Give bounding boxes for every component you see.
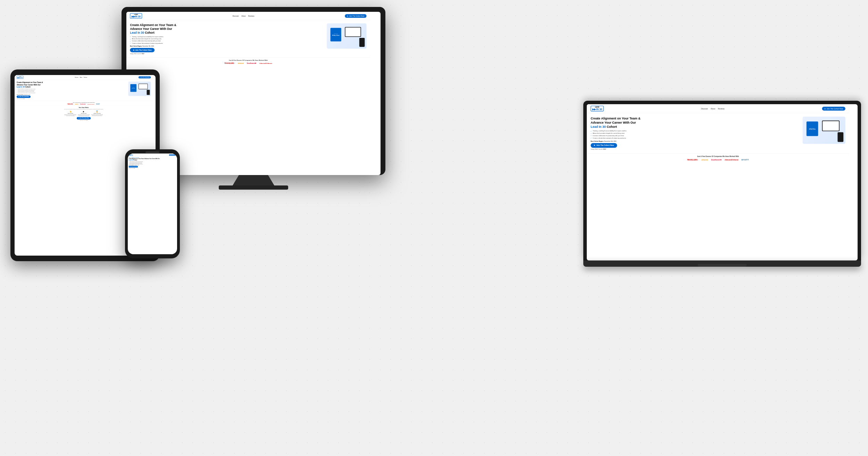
laptop-nav-discover[interactable]: Discover <box>701 108 708 110</box>
tablet-checklist-1: ✓ Attract the best talent despite the cu… <box>17 90 127 91</box>
monitor-hero-right: LEAD IN 30 30-Day Cohort <box>327 23 366 49</box>
tablet-logo-amazon: amazon <box>75 104 78 105</box>
laptop-hero-right: LEAD IN 30 30-Day Cohort <box>803 117 845 144</box>
monitor-nav-cta-button[interactable]: ⊕ Join The Cohort Now <box>345 14 367 18</box>
laptop-base <box>583 260 861 267</box>
tablet-logo: LEAD ▶▶IN 30 <box>17 76 24 79</box>
tablet-hero-left: Create Alignment on Your Team & Advance … <box>17 82 127 99</box>
laptop-nav-reviews[interactable]: Reviews <box>718 108 725 110</box>
phone-screen: LEAD ▶▶IN 30 ⊕ Join The Cohort Now Join … <box>128 154 177 254</box>
tablet-hero-title: Create Alignment on Your Team & Advance … <box>17 82 127 88</box>
tablet-step-1-title: Join The Cohort <box>64 113 76 114</box>
phone-checklist-3: ✓ Create a climate that motivates & reta… <box>129 164 160 165</box>
laptop-mockup-screen <box>822 121 840 131</box>
monitor-hero: Create Alignment on Your Team & Advance … <box>126 20 370 58</box>
tablet-nav-discover[interactable]: Discover <box>75 77 78 78</box>
phone-frame: LEAD ▶▶IN 30 ⊕ Join The Cohort Now Join … <box>125 149 180 258</box>
laptop-logo-southwest: Southwest❋ <box>711 159 721 161</box>
tablet-checklist: ✓ Training, coaching & accountability fr… <box>17 89 127 93</box>
monitor-mockup-box: LEAD IN 30 30-Day Cohort <box>331 28 341 41</box>
tablet-nav-about[interactable]: About <box>80 77 82 78</box>
tablet-price: Today ONLY $1,997 $997 <box>17 98 127 99</box>
phone-cta-button[interactable]: ⊕ Join The Cohort Now <box>129 166 138 168</box>
laptop-nav-cta-button[interactable]: ⊕ Join The Cohort Now <box>822 107 845 110</box>
laptop-nav: LEAD ▶▶IN 30 Discover About Reviews ⊕ Jo… <box>587 104 849 113</box>
monitor-nav-links: Discover About Reviews <box>233 15 254 17</box>
laptop-logo-jj: Johnson&Johnson <box>725 159 738 161</box>
monitor-hero-title-blue: Lead In 30 <box>130 31 144 34</box>
tablet-hiw-subtitle: Join us for a 30-day Immersive Leadershi… <box>17 109 151 109</box>
monitor-site-content: LEAD ▶▶IN 30 Discover About Reviews ⊕ Jo… <box>126 12 370 66</box>
tablet-hero: Create Alignment on Your Team & Advance … <box>15 80 153 101</box>
laptop-nav-about[interactable]: About <box>711 108 715 110</box>
tablet-hiw-cta-button[interactable]: ⊕ Join The Cohort Now <box>77 117 91 119</box>
phone-checklist: ✓ Training, coaching & accountability fr… <box>129 161 160 165</box>
tablet-how-it-works: Here's How It Works Join us for a 30-day… <box>15 106 153 122</box>
monitor-mockup-screen <box>345 27 361 37</box>
monitor-nav-discover[interactable]: Discover <box>233 15 239 17</box>
scene: LEAD ▶▶IN 30 Discover About Reviews ⊕ Jo… <box>0 0 868 456</box>
phone-hero-title: Create Alignment on Your Team & Advance … <box>129 158 160 161</box>
monitor-companies-logos: TRAVELERS↑ amazon Southwest❋ Johnson&Joh… <box>130 63 366 64</box>
monitor-nav-about[interactable]: About <box>241 15 245 17</box>
laptop-companies-logos: TRAVELERS↑ amazon Southwest❋ Johnson&Joh… <box>591 159 845 161</box>
laptop-checklist: ✓ Training, coaching & accountability fr… <box>591 130 799 139</box>
monitor-base <box>219 185 288 190</box>
tablet-mockup-screen <box>139 84 148 89</box>
laptop-logo: LEAD ▶▶IN 30 <box>591 106 604 111</box>
monitor-checklist-item-3: ✓ Create a climate that motivates & reta… <box>130 43 324 44</box>
tablet-steps: 👆 Join The Cohort Simply click the butto… <box>17 110 151 116</box>
tablet-nav-reviews[interactable]: Reviews <box>84 77 87 78</box>
monitor-checklist-item-1: ✓ Attract the best talent despite the cu… <box>130 38 324 40</box>
laptop-mockup: LEAD IN 30 30-Day Cohort <box>803 117 845 144</box>
tablet-logo-travelers: TRAVELERS↑ <box>67 104 73 105</box>
monitor-cta-button[interactable]: ⊕ Join The Cohort Now <box>130 48 154 52</box>
tablet-nav-cta-button[interactable]: ⊕ Join The Cohort Now <box>139 76 151 78</box>
tablet-mockup-phone <box>147 90 150 95</box>
monitor-check-icon-1: ✓ <box>130 38 131 40</box>
laptop-logo-travelers: TRAVELERS↑ <box>687 159 699 161</box>
tablet-step-3-desc: Apply our proprietary methodology, frame… <box>91 114 103 116</box>
phone-checklist-2: ✓ Increase collaboration & productivity … <box>129 163 160 164</box>
laptop-cohort-date: Next Cohort Begins: November 9th, 2021 <box>591 141 799 142</box>
monitor-cta-icon: ⊕ <box>133 49 134 51</box>
monitor-nav-reviews[interactable]: Reviews <box>248 15 254 17</box>
phone-price: Today ONLY $1,997 $997 <box>129 168 160 168</box>
monitor-stand <box>233 175 274 185</box>
laptop-companies-title: Just A Few Dozens Of Companies We Have W… <box>591 156 845 157</box>
laptop-checklist-3: ✓ Create a climate that motivates & reta… <box>591 137 799 139</box>
tablet-hiw-price: Today ONLY $1,997 $997 <box>17 120 151 121</box>
laptop-hero-title: Create Alignment on Your Team & Advance … <box>591 117 799 129</box>
tablet-cta-button[interactable]: ⊕ Join The Cohort Now <box>17 96 31 98</box>
tablet-checklist-3: ✓ Create a climate that motivates & reta… <box>17 92 127 93</box>
monitor-logo-in30: ▶▶IN 30 <box>132 15 141 18</box>
laptop-checklist-2: ✓ Increase collaboration & productivity … <box>591 135 799 137</box>
phone-site-content: LEAD ▶▶IN 30 ⊕ Join The Cohort Now Join … <box>128 154 177 169</box>
tablet-step-2: ▶ Grow Your Skills Follow the Lead In 30… <box>77 110 90 116</box>
laptop-mockup-box: LEAD IN 30 30-Day Cohort <box>807 122 818 136</box>
tablet-companies-title: Just A Few Dozens Of Companies We Have W… <box>17 102 151 103</box>
phone-nav-cta-button[interactable]: ⊕ Join The Cohort Now <box>169 155 176 156</box>
laptop-checklist-0: ✓ Training, coaching & accountability fr… <box>591 130 799 132</box>
monitor-logo-amazon: amazon <box>238 63 244 64</box>
tablet-step-1-desc: Simply click the button below to get ins… <box>64 114 76 116</box>
laptop-site-content: LEAD ▶▶IN 30 Discover About Reviews ⊕ Jo… <box>587 104 849 163</box>
tablet-nav-links: Discover About Reviews <box>75 77 87 78</box>
tablet-step-2-title: Grow Your Skills <box>77 113 90 114</box>
monitor-cohort-date: Next Cohort Begins: November 9th, 2021 <box>130 45 324 47</box>
laptop-logo-box: LEAD ▶▶IN 30 <box>591 106 604 111</box>
laptop-hero: Create Alignment on Your Team & Advance … <box>587 113 849 154</box>
laptop-cta-button[interactable]: ⊕ Join The Cohort Now <box>591 143 617 148</box>
laptop-checklist-1: ✓ Attract the best talent despite the cu… <box>591 133 799 134</box>
monitor-nav-cta-icon: ⊕ <box>347 15 348 17</box>
laptop-lid: LEAD ▶▶IN 30 Discover About Reviews ⊕ Jo… <box>583 101 861 260</box>
monitor-logo-travelers: TRAVELERS↑ <box>224 63 235 64</box>
monitor-logo-box: LEAD ▶▶IN 30 <box>130 13 142 18</box>
tablet-logo-southwest: Southwest❋ <box>80 104 86 105</box>
phone-nav: LEAD ▶▶IN 30 ⊕ Join The Cohort Now <box>128 154 177 157</box>
monitor-nav: LEAD ▶▶IN 30 Discover About Reviews ⊕ Jo… <box>126 12 370 20</box>
tablet-step-2-icon: ▶ <box>77 110 90 113</box>
monitor-hero-checklist: ✓ Training, coaching & accountability fr… <box>130 36 324 44</box>
laptop-mockup-phone <box>837 132 843 142</box>
phone-hero-left: Create Alignment on Your Team & Advance … <box>129 158 160 168</box>
